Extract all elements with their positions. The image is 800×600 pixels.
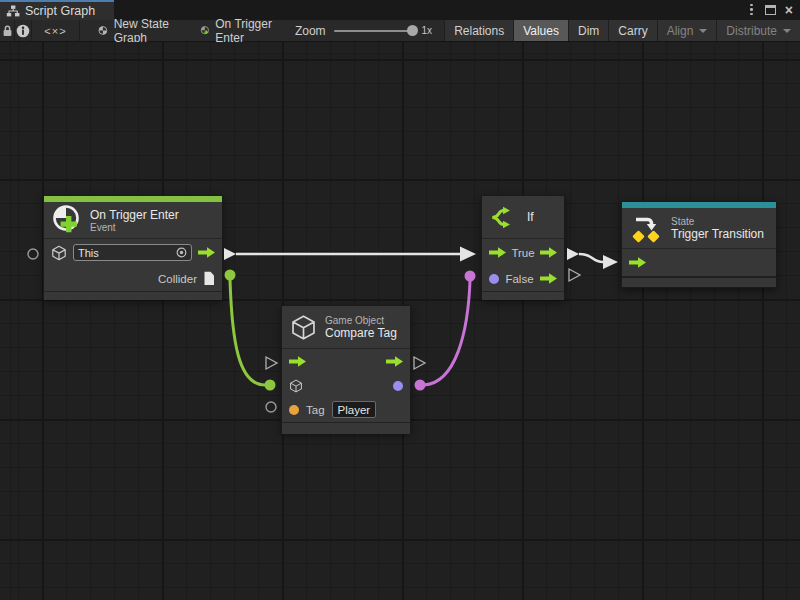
- lock-icon: [1, 24, 14, 38]
- zoom-label: Zoom: [295, 24, 326, 38]
- object-wire: [230, 280, 265, 385]
- condition-port[interactable]: [489, 274, 499, 284]
- flow-arrow-icon: [629, 257, 646, 268]
- state-graph-icon: [98, 23, 108, 38]
- node-trigger-transition[interactable]: State Trigger Transition: [621, 201, 777, 288]
- transition-icon: [630, 211, 663, 245]
- info-icon: [16, 24, 30, 38]
- lock-button[interactable]: [0, 20, 15, 41]
- flow-arrow-icon: [540, 247, 557, 258]
- unconnected-trigger-port[interactable]: [414, 357, 425, 369]
- node-header: On Trigger Enter Event: [44, 202, 222, 238]
- game-object-icon: [51, 245, 67, 261]
- close-icon[interactable]: ×: [785, 5, 793, 15]
- chevron-down-icon: [783, 29, 791, 33]
- node-header: State Trigger Transition: [622, 208, 776, 248]
- node-title: If: [527, 210, 534, 224]
- menu-dots-icon[interactable]: [747, 4, 756, 16]
- tab-script-graph[interactable]: Script Graph: [0, 0, 114, 20]
- info-button[interactable]: [15, 20, 32, 41]
- zoom-slider[interactable]: [334, 30, 414, 32]
- bool-out-dot[interactable]: [415, 380, 426, 391]
- node-category: Game Object: [325, 315, 397, 326]
- bool-output-port[interactable]: [393, 381, 403, 391]
- maximize-icon[interactable]: [765, 5, 776, 15]
- node-title: On Trigger Enter: [90, 208, 179, 222]
- flow-arrow-icon: [289, 356, 306, 367]
- game-object-icon: [290, 314, 317, 341]
- trigger-out-port[interactable]: [224, 248, 236, 260]
- game-object-port-icon: [289, 379, 303, 393]
- view-options: Relations Values Dim Carry Align Distrib…: [444, 20, 800, 41]
- node-title: Compare Tag: [325, 326, 397, 340]
- false-port-label: False: [505, 273, 533, 285]
- flow-wire-arrowhead: [603, 255, 618, 269]
- flow-wire-arrowhead: [460, 247, 476, 262]
- node-footer: [622, 276, 776, 287]
- object-picker-icon[interactable]: [176, 247, 187, 258]
- new-state-graph-button[interactable]: New State Graph: [88, 20, 184, 41]
- node-if[interactable]: If True False: [481, 195, 565, 299]
- tag-value-field[interactable]: Player: [332, 401, 377, 418]
- current-event-label: On Trigger Enter: [215, 17, 273, 45]
- carry-button[interactable]: Carry: [608, 20, 656, 41]
- flow-arrow-icon: [386, 356, 403, 367]
- window-controls: ×: [747, 0, 800, 19]
- unconnected-trigger-port[interactable]: [569, 269, 580, 281]
- unconnected-port-circle[interactable]: [28, 249, 38, 259]
- collider-port-dot[interactable]: [225, 270, 236, 281]
- bool-in-dot[interactable]: [465, 271, 476, 282]
- flow-arrow-icon: [489, 247, 506, 258]
- event-icon: [52, 204, 82, 236]
- unconnected-port-circle[interactable]: [266, 402, 276, 412]
- dim-button[interactable]: Dim: [568, 20, 608, 41]
- node-footer: [44, 291, 222, 300]
- new-state-graph-label: New State Graph: [114, 17, 174, 45]
- event-mini-icon: [200, 23, 210, 38]
- script-graph-window: Script Graph × <×>: [0, 0, 800, 600]
- node-footer: [482, 291, 564, 300]
- node-on-trigger-enter[interactable]: On Trigger Enter Event This: [43, 195, 223, 299]
- target-object-field[interactable]: This: [73, 244, 192, 261]
- tab-title: Script Graph: [25, 4, 95, 18]
- node-title: Trigger Transition: [671, 227, 764, 241]
- align-dropdown[interactable]: Align: [657, 20, 717, 41]
- node-category: State: [671, 216, 764, 227]
- node-footer: [282, 422, 410, 434]
- zoom-slider-handle[interactable]: [407, 25, 418, 36]
- distribute-dropdown[interactable]: Distribute: [716, 20, 800, 41]
- relations-button[interactable]: Relations: [444, 20, 513, 41]
- node-header: If: [482, 196, 564, 238]
- zoom-value: 1x: [422, 25, 433, 36]
- graph-toolbar: <×> New State Graph On Trigger Enter Zoo…: [0, 20, 800, 42]
- true-port-label: True: [511, 247, 534, 259]
- flow-arrow-icon: [198, 247, 215, 258]
- node-subtitle: Event: [90, 222, 179, 233]
- chevron-down-icon: [699, 29, 707, 33]
- node-compare-tag[interactable]: Game Object Compare Tag Tag: [281, 305, 411, 433]
- values-button[interactable]: Values: [513, 20, 568, 41]
- unconnected-trigger-port[interactable]: [266, 357, 277, 369]
- object-in-dot[interactable]: [265, 380, 276, 391]
- output-port-label: Collider: [158, 273, 197, 285]
- code-view-button[interactable]: <×>: [32, 20, 80, 41]
- code-icon: <×>: [44, 25, 66, 37]
- node-header: Game Object Compare Tag: [282, 306, 410, 348]
- graph-icon: [6, 4, 20, 18]
- current-event-button[interactable]: On Trigger Enter: [190, 20, 283, 41]
- graph-canvas[interactable]: On Trigger Enter Event This: [0, 42, 800, 600]
- zoom-control: Zoom 1x: [283, 20, 444, 41]
- collider-doc-icon: [203, 271, 215, 286]
- tag-label: Tag: [306, 404, 325, 416]
- tag-port[interactable]: [289, 405, 299, 415]
- trigger-out-port[interactable]: [567, 248, 579, 260]
- flow-arrow-icon: [540, 273, 557, 284]
- branch-icon: [490, 204, 517, 231]
- flow-wire: [579, 254, 603, 262]
- bool-wire: [424, 281, 470, 385]
